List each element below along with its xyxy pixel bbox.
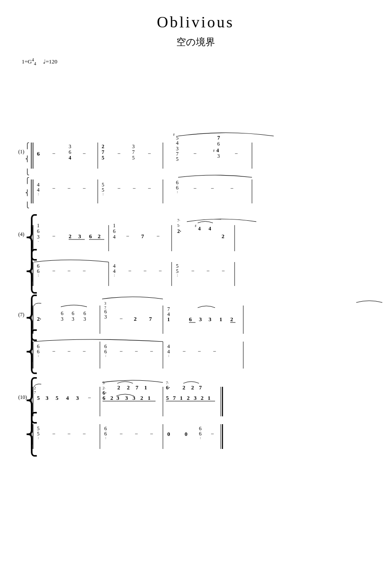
svg-text:3: 3 xyxy=(104,301,106,306)
svg-text:1: 1 xyxy=(148,395,151,401)
svg-text:−: − xyxy=(52,150,55,157)
svg-text:5·: 5· xyxy=(177,223,180,228)
svg-text:−: − xyxy=(83,348,86,355)
svg-text:−: − xyxy=(235,150,238,157)
svg-text:5: 5 xyxy=(37,395,40,401)
svg-text:−: − xyxy=(119,316,123,322)
svg-text:−: − xyxy=(117,185,120,192)
svg-text:7·: 7· xyxy=(177,218,180,223)
svg-text:♯: ♯ xyxy=(195,224,196,228)
svg-text:−: − xyxy=(211,431,214,437)
svg-text:3: 3 xyxy=(133,395,136,401)
svg-text::: : xyxy=(105,353,106,358)
svg-text:1: 1 xyxy=(180,395,183,401)
svg-text:7: 7 xyxy=(149,316,152,322)
svg-text:1: 1 xyxy=(37,223,40,229)
svg-text:4: 4 xyxy=(216,147,219,153)
svg-text:−: − xyxy=(135,431,138,437)
svg-text:6: 6 xyxy=(189,316,192,322)
svg-text:2: 2 xyxy=(191,384,194,391)
svg-text:7: 7 xyxy=(217,134,220,141)
svg-text:−: − xyxy=(193,185,196,192)
tempo: ♩=120 xyxy=(43,58,57,65)
svg-text:2: 2 xyxy=(110,395,113,401)
svg-text:−: − xyxy=(222,268,225,274)
svg-text:6: 6 xyxy=(69,149,71,155)
svg-text:4: 4 xyxy=(113,234,116,240)
svg-text:3·: 3· xyxy=(103,381,106,385)
svg-text:3: 3 xyxy=(199,316,202,322)
svg-text:0: 0 xyxy=(185,431,188,437)
svg-text:3: 3 xyxy=(83,316,86,322)
svg-text:⎩: ⎩ xyxy=(25,353,38,374)
svg-text::: : xyxy=(38,435,39,440)
svg-text:3: 3 xyxy=(61,316,63,322)
svg-text::: : xyxy=(38,353,39,358)
svg-text:7: 7 xyxy=(132,149,135,155)
svg-text:2: 2 xyxy=(117,384,120,391)
svg-text:⎩: ⎩ xyxy=(25,436,38,457)
song-subtitle: 空の境界 xyxy=(17,36,374,49)
song-title: Oblivious xyxy=(17,13,374,31)
svg-text::: : xyxy=(103,192,104,196)
svg-text::: : xyxy=(177,273,178,277)
svg-text:−: − xyxy=(67,185,70,192)
svg-text:−: − xyxy=(119,348,123,355)
svg-text:−: − xyxy=(135,348,138,355)
svg-text:−: − xyxy=(52,431,55,437)
svg-text:−: − xyxy=(198,348,201,355)
svg-text:⎧: ⎧ xyxy=(25,142,30,149)
svg-text:5: 5 xyxy=(176,156,179,162)
svg-text:−: − xyxy=(148,150,151,157)
svg-text:−: − xyxy=(126,233,129,239)
svg-text:5: 5 xyxy=(166,395,169,401)
svg-text:4: 4 xyxy=(198,226,201,232)
svg-text:−: − xyxy=(52,348,55,355)
svg-text:2·: 2· xyxy=(37,316,41,322)
svg-text:2: 2 xyxy=(102,143,104,149)
svg-text:6: 6 xyxy=(83,310,86,316)
svg-text:6: 6 xyxy=(217,141,220,147)
svg-text:1: 1 xyxy=(167,316,170,322)
svg-text:−: − xyxy=(206,268,209,274)
svg-text:5: 5 xyxy=(102,155,104,161)
svg-text:4: 4 xyxy=(66,395,69,401)
svg-text::: : xyxy=(177,189,178,194)
meta-info: 1=G44 ♩=120 xyxy=(22,57,391,66)
score-canvas: 1=G44 ♩=120 text { font-family: 'Times N… xyxy=(17,57,391,588)
svg-text:2: 2 xyxy=(187,395,190,401)
svg-text:⎧: ⎧ xyxy=(25,177,30,184)
svg-text:1: 1 xyxy=(219,316,222,322)
svg-text:−: − xyxy=(83,268,86,274)
svg-text:−: − xyxy=(213,348,216,355)
svg-text:−: − xyxy=(88,395,91,401)
svg-text:−: − xyxy=(159,268,162,274)
svg-text:−: − xyxy=(211,185,214,192)
svg-text:♯: ♯ xyxy=(173,133,175,137)
svg-text:⎩: ⎩ xyxy=(25,168,30,176)
svg-text:−: − xyxy=(52,185,55,192)
row-label-7: (7) xyxy=(18,312,24,318)
score-svg: text { font-family: 'Times New Roman', s… xyxy=(17,69,391,588)
svg-text:−: − xyxy=(119,431,123,437)
svg-text:−: − xyxy=(148,185,151,192)
svg-text:1: 1 xyxy=(208,395,211,401)
svg-text:2: 2 xyxy=(34,386,36,390)
svg-text:6: 6 xyxy=(37,228,40,234)
svg-text::: : xyxy=(38,273,39,277)
svg-text:−: − xyxy=(230,185,233,192)
svg-text:−: − xyxy=(117,150,120,157)
svg-text:·: · xyxy=(38,239,39,243)
svg-text:4: 4 xyxy=(69,155,71,161)
svg-text:−: − xyxy=(128,268,131,274)
svg-text:3: 3 xyxy=(69,143,71,149)
svg-text:1: 1 xyxy=(144,384,147,391)
svg-text:−: − xyxy=(150,348,153,355)
svg-text::: : xyxy=(168,353,169,358)
svg-text:6: 6 xyxy=(37,150,40,157)
svg-text:−: − xyxy=(83,185,86,192)
svg-text:3: 3 xyxy=(125,395,128,401)
svg-text:3: 3 xyxy=(217,153,220,159)
svg-text:−: − xyxy=(143,268,146,274)
svg-text:5: 5 xyxy=(56,395,59,401)
